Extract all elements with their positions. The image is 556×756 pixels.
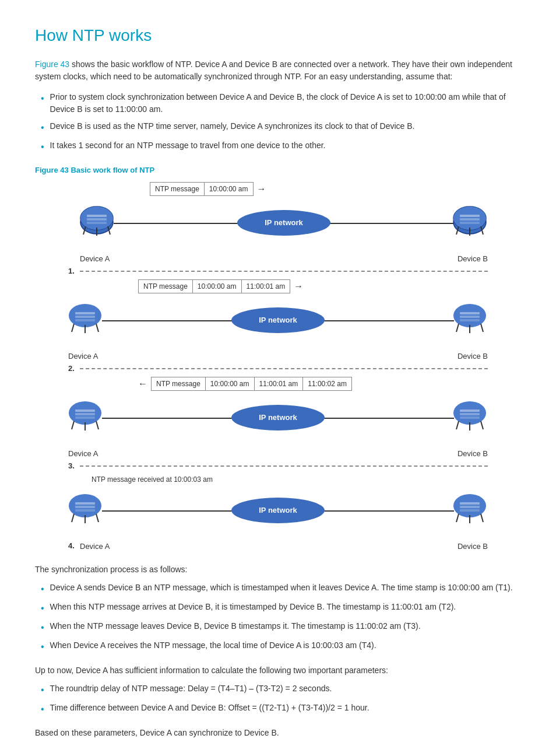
device-a-label: Device A <box>68 448 98 460</box>
step3-number: 3. <box>68 460 80 472</box>
device-b-label: Device B <box>458 448 488 460</box>
svg-rect-47 <box>75 502 95 505</box>
svg-rect-3 <box>87 215 107 217</box>
msg-box: 10:00:00 am <box>193 279 242 293</box>
ip-network-oval-3: IP network <box>231 405 325 430</box>
network-scene: IP network <box>80 200 488 252</box>
intro-paragraph: Figure 43 shows the basic workflow of NT… <box>35 58 521 83</box>
params-bullet-list: The roundtrip delay of NTP message: Dela… <box>41 682 521 716</box>
svg-rect-33 <box>75 410 95 412</box>
svg-line-29 <box>456 324 459 332</box>
step1-number: 1. <box>68 265 80 277</box>
svg-rect-48 <box>75 506 95 508</box>
step1-content: NTP message 10:00:00 am → <box>80 182 488 265</box>
ip-network-oval-4: IP network <box>231 498 325 523</box>
device-b-icon <box>453 205 488 240</box>
device-a-icon <box>68 303 103 338</box>
sync-bullet-list: Device A sends Device B an NTP message, … <box>41 582 521 654</box>
step4-wrapper: IP network 4. Device A Device B <box>68 487 488 552</box>
svg-rect-4 <box>87 218 107 220</box>
msg-box: 10:00:00 am <box>206 377 255 391</box>
svg-rect-34 <box>75 413 95 415</box>
svg-line-37 <box>96 421 98 429</box>
svg-rect-56 <box>460 509 480 512</box>
svg-rect-20 <box>75 316 95 318</box>
list-item: Prior to system clock synchronization be… <box>41 91 521 116</box>
svg-line-23 <box>96 324 98 332</box>
device-a-icon <box>68 400 103 435</box>
svg-line-36 <box>72 421 74 429</box>
svg-rect-49 <box>75 509 95 512</box>
svg-rect-14 <box>460 222 480 224</box>
svg-rect-21 <box>75 319 95 321</box>
diagram-wrapper: NTP message 10:00:00 am → <box>68 182 488 552</box>
msg-box: 11:00:02 am <box>303 377 352 391</box>
list-item: When this NTP message arrives at Device … <box>41 601 521 615</box>
svg-line-30 <box>481 324 483 332</box>
svg-line-50 <box>72 514 74 522</box>
step1-divider <box>80 271 488 272</box>
step2-wrapper: NTP message 10:00:00 am 11:00:01 am → IP… <box>68 279 488 362</box>
device-b-label: Device B <box>458 541 488 552</box>
svg-rect-28 <box>460 319 480 321</box>
device-a-icon <box>80 205 115 240</box>
arrow-right-icon: → <box>294 279 303 293</box>
msg-box: 11:00:01 am <box>242 279 291 293</box>
intro-text-rest: shows the basic workflow of NTP. Device … <box>35 60 512 81</box>
step1-row: NTP message 10:00:00 am → <box>68 182 488 265</box>
step3-wrapper: ← NTP message 10:00:00 am 11:00:01 am 11… <box>68 377 488 460</box>
ip-network-oval: IP network <box>237 210 330 236</box>
svg-line-57 <box>456 514 459 522</box>
step4-number: 4. <box>68 540 80 552</box>
step2-msg-strip: NTP message 10:00:00 am 11:00:01 am → <box>138 279 488 293</box>
network-scene-4: IP network <box>68 487 488 540</box>
params-text: Up to now, Device A has sufficient infor… <box>35 664 521 677</box>
svg-rect-27 <box>460 316 480 318</box>
network-scene-2: IP network <box>68 297 488 349</box>
sync-text: The synchronization process is as follow… <box>35 564 521 576</box>
msg-box: NTP message <box>150 182 205 196</box>
svg-rect-26 <box>460 312 480 314</box>
list-item: Device A sends Device B an NTP message, … <box>41 582 521 596</box>
svg-line-43 <box>456 421 459 429</box>
page-title: How NTP works <box>35 23 521 48</box>
arrow-left-icon: ← <box>138 377 147 391</box>
step3-device-labels: Device A Device B <box>68 448 488 460</box>
step2-device-labels: Device A Device B <box>68 351 488 362</box>
msg-box: NTP message <box>138 279 193 293</box>
step3-divider <box>80 466 488 467</box>
svg-line-58 <box>481 514 483 522</box>
step1-msg-strip: NTP message 10:00:00 am → <box>150 182 488 196</box>
svg-rect-13 <box>460 218 480 220</box>
list-item: Device B is used as the NTP time server,… <box>41 120 521 135</box>
svg-rect-19 <box>75 312 95 314</box>
step4-device-labels: Device A Device B <box>80 541 488 552</box>
list-item: When Device A receives the NTP message, … <box>41 639 521 654</box>
conclusion-text: Based on these parameters, Device A can … <box>35 727 521 739</box>
list-item: The roundtrip delay of NTP message: Dela… <box>41 682 521 697</box>
svg-rect-55 <box>460 506 480 508</box>
step1-device-labels: Device A Device B <box>80 253 488 265</box>
list-item: It takes 1 second for an NTP message to … <box>41 139 521 154</box>
list-item: Time difference between Device A and Dev… <box>41 702 521 716</box>
svg-rect-40 <box>460 410 480 412</box>
ip-network-oval-2: IP network <box>231 307 325 333</box>
svg-rect-35 <box>75 416 95 419</box>
received-msg: NTP message received at 10:00:03 am <box>92 474 488 485</box>
device-a-label: Device A <box>68 351 98 362</box>
svg-rect-5 <box>87 222 107 224</box>
step2-divider <box>80 368 488 369</box>
device-b-label: Device B <box>458 351 488 362</box>
svg-rect-12 <box>460 215 480 217</box>
figure43-link[interactable]: Figure 43 <box>35 60 69 69</box>
svg-rect-41 <box>460 413 480 415</box>
network-scene-3: IP network <box>68 394 488 447</box>
step3-msg-strip: ← NTP message 10:00:00 am 11:00:01 am 11… <box>138 377 488 391</box>
device-a-label: Device A <box>80 541 110 552</box>
svg-line-22 <box>72 324 74 332</box>
arrow-right-icon: → <box>257 182 266 196</box>
device-b-icon <box>453 303 488 338</box>
msg-box: NTP message <box>151 377 206 391</box>
list-item: When the NTP message leaves Device B, De… <box>41 620 521 635</box>
figure-container: NTP message 10:00:00 am → <box>35 182 521 552</box>
